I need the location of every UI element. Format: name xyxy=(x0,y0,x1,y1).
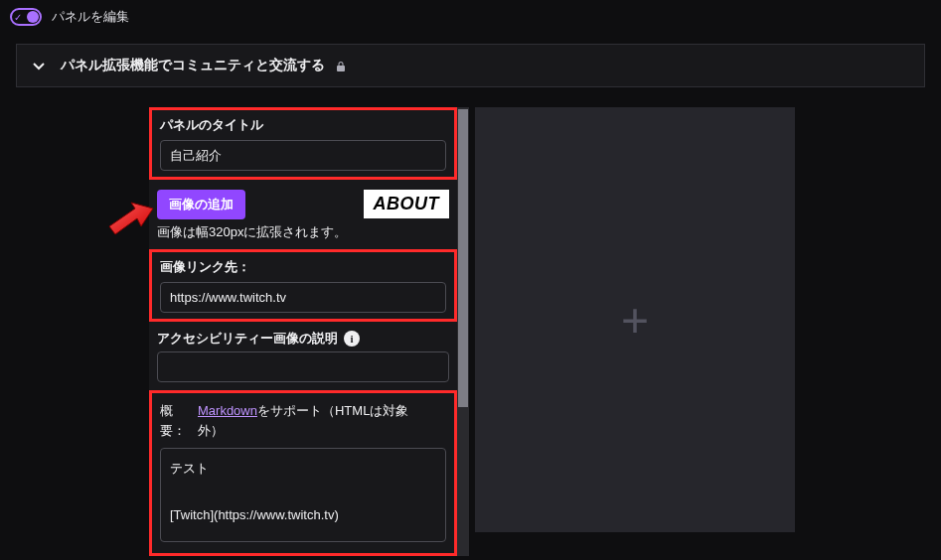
edit-panels-toggle[interactable]: ✓ xyxy=(10,8,42,26)
highlight-image-link-section: 画像リンク先： xyxy=(149,249,457,322)
scrollbar[interactable] xyxy=(457,107,469,556)
panel-image-preview: ABOUT xyxy=(364,190,450,218)
chevron-down-icon xyxy=(31,58,47,73)
extensions-expander[interactable]: パネル拡張機能でコミュニティと交流する xyxy=(16,44,925,87)
check-icon: ✓ xyxy=(14,12,22,23)
expander-title: パネル拡張機能でコミュニティと交流する xyxy=(61,57,325,74)
info-icon[interactable]: i xyxy=(344,331,360,347)
image-link-label: 画像リンク先： xyxy=(160,258,446,276)
panel-title-label: パネルのタイトル xyxy=(160,116,446,134)
highlight-description-section: 概 要： Markdownをサポート（HTMLは対象 外） テスト [Twitc… xyxy=(149,390,457,556)
add-new-panel[interactable]: + xyxy=(475,107,795,532)
highlight-title-section: パネルのタイトル xyxy=(149,107,457,180)
scrollbar-thumb[interactable] xyxy=(458,109,468,407)
description-textarea[interactable]: テスト [Twitch](https://www.twitch.tv) xyxy=(160,448,446,542)
desc-label-line2: 要： xyxy=(160,421,190,441)
plus-icon: + xyxy=(621,293,649,348)
a11y-label: アクセシビリティー画像の説明 xyxy=(157,330,338,348)
panel-title-input[interactable] xyxy=(160,140,446,171)
desc-label-line1: 概 xyxy=(160,401,190,421)
edit-panels-label: パネルを編集 xyxy=(52,8,129,26)
lock-icon xyxy=(335,60,347,71)
image-link-input[interactable] xyxy=(160,282,446,313)
desc-support-text1: をサポート（HTMLは対象 xyxy=(257,403,408,418)
image-size-hint: 画像は幅320pxに拡張されます。 xyxy=(149,219,457,249)
annotation-arrow-icon xyxy=(107,197,155,236)
add-image-button[interactable]: 画像の追加 xyxy=(157,190,245,219)
panel-editor: パネルのタイトル 画像の追加 ABOUT 画像は幅320pxに拡張されます。 画… xyxy=(149,107,457,556)
markdown-link[interactable]: Markdown xyxy=(198,403,257,418)
desc-support-text2: 外） xyxy=(198,421,408,441)
a11y-input[interactable] xyxy=(157,351,449,382)
